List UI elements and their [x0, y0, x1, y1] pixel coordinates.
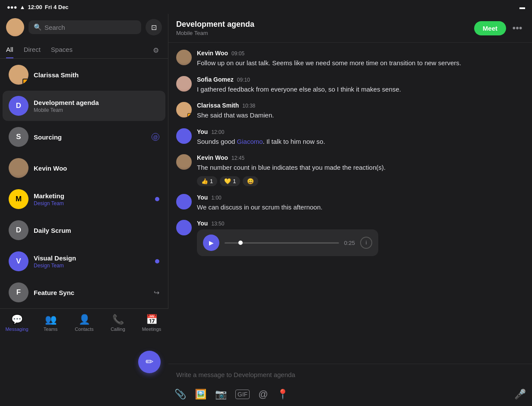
- chat-sub-visual-design: Design Team: [34, 263, 150, 269]
- chat-item-clarissa[interactable]: Clarissa Smith: [3, 60, 165, 90]
- nav-meetings[interactable]: 📅 Meetings: [135, 312, 168, 332]
- reactions-kevin2: 👍 1 💛 1 😄: [197, 176, 524, 186]
- nav-contacts-label: Contacts: [75, 327, 93, 332]
- chat-name-clarissa: Clarissa Smith: [34, 71, 159, 79]
- unread-dot-marketing: [155, 197, 159, 201]
- msg-name-audio: You: [197, 220, 208, 227]
- reaction-smile[interactable]: 😄: [243, 176, 258, 186]
- msg-name-you1: You: [197, 128, 208, 135]
- avatar-marketing: M: [9, 189, 28, 209]
- chat-info-dev: Development agenda Mobile Team: [34, 99, 159, 113]
- nav-contacts[interactable]: 👤 Contacts: [67, 312, 101, 332]
- chat-item-sourcing[interactable]: S Sourcing @: [3, 122, 165, 152]
- chat-name-visual-design: Visual Design: [34, 254, 150, 262]
- msg-avatar-you1: [176, 128, 192, 144]
- msg-time-you2: 1:00: [211, 195, 221, 201]
- chat-name-dev: Development agenda: [34, 99, 159, 106]
- audio-info-button[interactable]: i: [360, 237, 372, 249]
- nav-calling[interactable]: 📞 Calling: [101, 312, 135, 332]
- message-row-sofia: Sofia Gomez 09:10 I gathered feedback fr…: [176, 76, 524, 95]
- avatar-sourcing: S: [9, 127, 28, 147]
- chat-tabs: All Direct Spaces ⚙: [0, 41, 168, 59]
- contacts-icon: 👤: [79, 314, 90, 325]
- chat-header: Development agenda Mobile Team Meet •••: [168, 14, 532, 43]
- image-icon[interactable]: 🖼️: [195, 389, 206, 400]
- attachment-icon[interactable]: 📎: [174, 389, 186, 400]
- sidebar-panel: 🔍 Search ⊡ All Direct Spaces ⚙: [0, 14, 168, 308]
- msg-content-kevin1: Kevin Woo 09:05 Follow up on our last ta…: [197, 50, 524, 68]
- chat-info-kevin: Kevin Woo: [34, 165, 159, 172]
- audio-progress-bar[interactable]: [225, 242, 339, 244]
- msg-time-audio: 13:50: [211, 221, 224, 227]
- msg-name-kevin2: Kevin Woo: [197, 154, 228, 161]
- chat-item-marketing[interactable]: M Marketing Design Team: [3, 184, 165, 214]
- search-bar[interactable]: 🔍 Search: [28, 20, 141, 34]
- search-icon: 🔍: [34, 23, 42, 31]
- msg-meta-kevin1: Kevin Woo 09:05: [197, 50, 524, 57]
- chat-list: Clarissa Smith D Development agenda Mobi…: [0, 59, 168, 308]
- chat-item-visual-design[interactable]: V Visual Design Design Team: [3, 246, 165, 276]
- tab-all[interactable]: All: [6, 42, 13, 58]
- chat-item-dev-agenda[interactable]: D Development agenda Mobile Team: [3, 91, 165, 121]
- chat-info-daily-scrum: Daily Scrum: [34, 227, 159, 234]
- time: 12:00: [28, 4, 42, 10]
- chat-item-daily-scrum[interactable]: D Daily Scrum: [3, 215, 165, 245]
- msg-name-you2: You: [197, 194, 208, 201]
- nav-calling-label: Calling: [111, 327, 125, 332]
- more-button[interactable]: •••: [510, 22, 524, 34]
- message-row-kevin2: Kevin Woo 12:45 The number count in blue…: [176, 154, 524, 186]
- reaction-heart[interactable]: 💛 1: [220, 176, 240, 186]
- compose-icon: ⊡: [151, 23, 157, 32]
- avatar-daily-scrum: D: [9, 220, 28, 240]
- tab-direct[interactable]: Direct: [24, 42, 41, 58]
- chat-name-daily-scrum: Daily Scrum: [34, 227, 159, 234]
- nav-teams[interactable]: 👥 Teams: [34, 312, 67, 332]
- filter-button[interactable]: ⚙: [150, 44, 162, 57]
- chat-meta-sourcing: @: [152, 133, 159, 141]
- msg-time-kevin1: 09:05: [231, 51, 244, 57]
- reaction-thumbs-up[interactable]: 👍 1: [197, 176, 217, 186]
- chat-info-feature-sync: Feature Sync: [34, 289, 149, 296]
- chat-meta-visual-design: [155, 259, 159, 263]
- meetings-icon: 📅: [146, 314, 158, 325]
- gif-icon[interactable]: GIF: [235, 390, 250, 399]
- msg-meta-sofia: Sofia Gomez 09:10: [197, 76, 524, 83]
- avatar-clarissa: [9, 65, 28, 85]
- new-chat-fab[interactable]: ✏: [138, 351, 161, 373]
- msg-content-audio: You 13:50 ▶ 0:25 i: [197, 220, 524, 256]
- mic-icon[interactable]: 🎤: [514, 389, 526, 400]
- status-left: ●●● ▲ 12:00 Fri 4 Dec: [7, 4, 69, 10]
- chat-item-kevin[interactable]: Kevin Woo: [3, 153, 165, 183]
- message-input[interactable]: Write a message to Development agenda: [168, 364, 532, 385]
- messages-area: Kevin Woo 09:05 Follow up on our last ta…: [168, 43, 532, 364]
- chat-info-visual-design: Visual Design Design Team: [34, 254, 150, 269]
- location-icon[interactable]: 📍: [277, 389, 288, 400]
- calling-icon: 📞: [112, 314, 124, 325]
- chat-info-marketing: Marketing Design Team: [34, 192, 150, 206]
- chat-item-feature-sync[interactable]: F Feature Sync ↪: [3, 277, 165, 308]
- chat-title: Development agenda: [176, 20, 474, 29]
- meet-button[interactable]: Meet: [474, 21, 506, 35]
- avatar-kevin: [9, 158, 28, 178]
- messaging-icon: 💬: [11, 314, 23, 325]
- audio-progress-dot: [238, 241, 243, 245]
- audio-message: ▶ 0:25 i: [197, 229, 378, 256]
- compose-button[interactable]: ⊡: [146, 19, 162, 35]
- nav-messaging[interactable]: 💬 Messaging: [0, 312, 34, 332]
- tab-spaces[interactable]: Spaces: [51, 42, 73, 58]
- msg-content-you2: You 1:00 We can discuss in our scrum thi…: [197, 194, 524, 213]
- audio-play-button[interactable]: ▶: [203, 235, 219, 251]
- mention-icon[interactable]: @: [258, 389, 268, 400]
- nav-messaging-label: Messaging: [5, 327, 28, 332]
- msg-meta-clarissa: Clarissa Smith 10:38: [197, 102, 524, 109]
- bottom-nav: 💬 Messaging 👥 Teams 👤 Contacts 📞 Calling…: [0, 308, 168, 343]
- sidebar-header: 🔍 Search ⊡: [0, 14, 168, 41]
- msg-avatar-kevin1: [176, 50, 192, 65]
- user-avatar[interactable]: [6, 18, 24, 36]
- mention-giacomo: Giacomo: [237, 138, 263, 145]
- status-right: ▬: [519, 4, 525, 10]
- audio-duration: 0:25: [344, 240, 355, 246]
- more-icon: •••: [512, 22, 522, 34]
- mention-badge-sourcing: @: [152, 133, 159, 141]
- camera-icon[interactable]: 📷: [215, 389, 227, 400]
